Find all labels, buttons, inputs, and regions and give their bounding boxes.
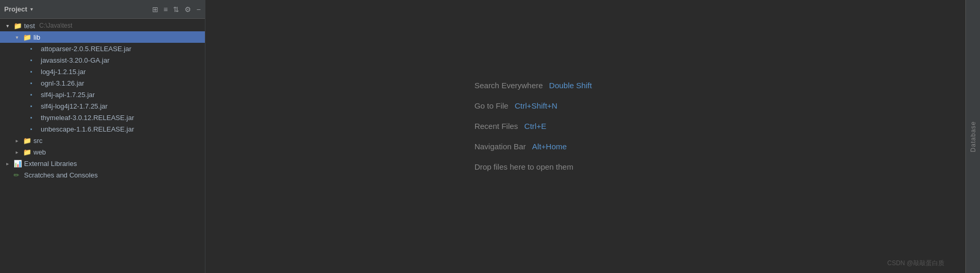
database-tab[interactable]: Database — [965, 0, 980, 273]
label-slf4j-api: slf4j-api-1.7.25.jar — [41, 91, 95, 99]
label-thymeleaf: thymeleaf-3.0.12.RELEASE.jar — [41, 114, 134, 122]
sidebar-header: Project ▾ ⊞ ≡ ⇅ ⚙ − — [0, 0, 205, 19]
label-scratches: Scratches and Consoles — [24, 171, 98, 179]
project-tree: ▾ 📁 test C:\Java\test ▾ 📁 lib ▪ attopars… — [0, 19, 205, 273]
welcome-panel: Search Everywhere Double Shift Go to Fil… — [475, 81, 592, 171]
chevron-down-icon[interactable]: ▾ — [30, 6, 33, 12]
sidebar-title-area: Project ▾ — [4, 5, 33, 13]
tree-item-external-libraries[interactable]: ▸ 📊 External Libraries — [0, 158, 205, 169]
expand-arrow-test: ▾ — [6, 23, 14, 29]
tree-item-scratches[interactable]: ▸ ✏ Scratches and Consoles — [0, 169, 205, 181]
watermark: CSDN @敲敲蛋白质 — [887, 259, 944, 268]
label-slf4j-log4j12: slf4j-log4j12-1.7.25.jar — [41, 102, 108, 110]
jar-icon-slf4j-api: ▪ — [30, 91, 39, 98]
shortcut-label-recent: Recent Files — [475, 122, 518, 130]
label-lib: lib — [33, 33, 40, 41]
label-test: test — [24, 22, 35, 30]
shortcut-row-goto: Go to File Ctrl+Shift+N — [475, 101, 592, 110]
scratch-icon: ✏ — [14, 171, 22, 179]
close-icon[interactable]: − — [197, 5, 201, 14]
shortcut-key-search: Double Shift — [549, 81, 592, 90]
shortcut-row-drop: Drop files here to open them — [475, 162, 592, 171]
tree-item-jar-slf4j-api[interactable]: ▪ slf4j-api-1.7.25.jar — [0, 89, 205, 100]
folder-icon-src: 📁 — [23, 137, 31, 145]
header-icons: ⊞ ≡ ⇅ ⚙ − — [152, 5, 201, 14]
folder-icon-test: 📁 — [14, 22, 22, 30]
expand-arrow-lib: ▾ — [16, 34, 23, 40]
tree-item-web[interactable]: ▸ 📁 web — [0, 146, 205, 158]
expand-arrow-web: ▸ — [16, 149, 23, 155]
shortcut-key-goto: Ctrl+Shift+N — [515, 101, 558, 110]
tree-item-jar-log4j[interactable]: ▪ log4j-1.2.15.jar — [0, 66, 205, 77]
label-attoparser: attoparser-2.0.5.RELEASE.jar — [41, 45, 131, 53]
shortcut-row-recent: Recent Files Ctrl+E — [475, 122, 592, 130]
label-web: web — [33, 148, 46, 156]
tree-item-lib[interactable]: ▾ 📁 lib — [0, 31, 205, 43]
expand-arrow-src: ▸ — [16, 138, 23, 144]
jar-icon-thymeleaf: ▪ — [30, 114, 39, 121]
watermark-text: CSDN @敲敲蛋白质 — [887, 259, 944, 267]
tree-item-jar-attoparser[interactable]: ▪ attoparser-2.0.5.RELEASE.jar — [0, 43, 205, 54]
align-icon[interactable]: ≡ — [164, 5, 168, 14]
database-tab-label: Database — [970, 121, 977, 152]
shortcut-label-search: Search Everywhere — [475, 81, 543, 90]
expand-arrow-ext-lib: ▸ — [6, 161, 14, 167]
label-external-libraries: External Libraries — [24, 160, 77, 168]
shortcut-key-recent: Ctrl+E — [524, 122, 546, 130]
main-content: Search Everywhere Double Shift Go to Fil… — [205, 0, 965, 273]
jar-icon-javassist: ▪ — [30, 57, 39, 63]
shortcut-label-navbar: Navigation Bar — [475, 142, 526, 151]
layout-icon[interactable]: ⊞ — [152, 5, 158, 14]
path-test: C:\Java\test — [39, 22, 72, 29]
jar-icon-unbescape: ▪ — [30, 126, 39, 132]
ext-lib-icon: 📊 — [14, 160, 22, 168]
label-javassist: javassist-3.20.0-GA.jar — [41, 56, 110, 64]
label-unbescape: unbescape-1.1.6.RELEASE.jar — [41, 125, 134, 133]
jar-icon-slf4j-log4j12: ▪ — [30, 103, 39, 109]
tree-item-jar-ognl[interactable]: ▪ ognl-3.1.26.jar — [0, 77, 205, 89]
label-ognl: ognl-3.1.26.jar — [41, 79, 84, 87]
jar-icon-log4j: ▪ — [30, 68, 39, 75]
tree-item-test[interactable]: ▾ 📁 test C:\Java\test — [0, 20, 205, 31]
tree-item-jar-thymeleaf[interactable]: ▪ thymeleaf-3.0.12.RELEASE.jar — [0, 112, 205, 123]
sidebar: Project ▾ ⊞ ≡ ⇅ ⚙ − ▾ 📁 test C:\Java\tes… — [0, 0, 205, 273]
sidebar-title: Project — [4, 5, 27, 13]
shortcut-label-drop: Drop files here to open them — [475, 162, 573, 171]
tree-item-jar-unbescape[interactable]: ▪ unbescape-1.1.6.RELEASE.jar — [0, 123, 205, 135]
folder-icon-web: 📁 — [23, 148, 31, 156]
label-src: src — [33, 137, 42, 145]
gear-icon[interactable]: ⚙ — [185, 5, 191, 14]
shortcut-label-goto: Go to File — [475, 101, 509, 110]
shortcut-row-search: Search Everywhere Double Shift — [475, 81, 592, 90]
jar-icon-ognl: ▪ — [30, 80, 39, 86]
folder-icon-lib: 📁 — [23, 33, 31, 41]
collapse-icon[interactable]: ⇅ — [173, 5, 179, 14]
jar-icon-attoparser: ▪ — [30, 45, 39, 52]
shortcut-row-navbar: Navigation Bar Alt+Home — [475, 142, 592, 151]
shortcut-key-navbar: Alt+Home — [532, 142, 567, 151]
label-log4j: log4j-1.2.15.jar — [41, 68, 86, 76]
tree-item-src[interactable]: ▸ 📁 src — [0, 135, 205, 146]
tree-item-jar-slf4j-log4j12[interactable]: ▪ slf4j-log4j12-1.7.25.jar — [0, 100, 205, 112]
tree-item-jar-javassist[interactable]: ▪ javassist-3.20.0-GA.jar — [0, 54, 205, 66]
